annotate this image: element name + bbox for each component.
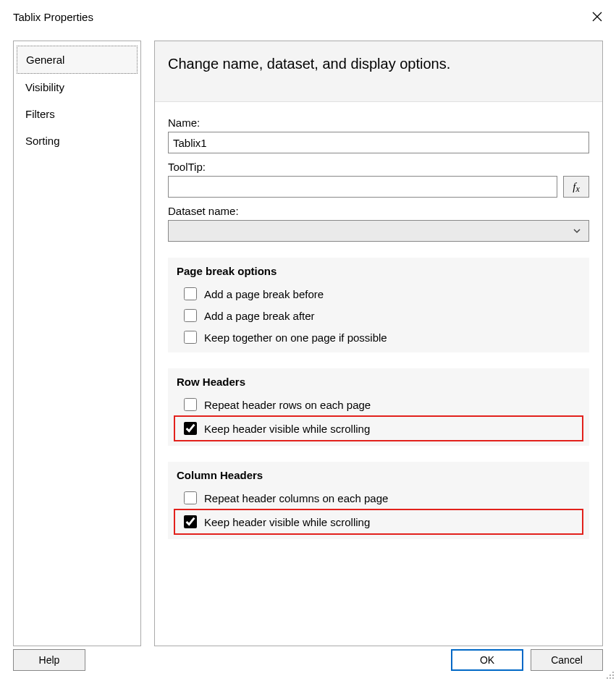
name-label: Name: bbox=[168, 117, 589, 129]
close-icon bbox=[592, 12, 602, 22]
check-page-break-after[interactable]: Add a page break after bbox=[177, 305, 581, 326]
check-repeat-header-rows[interactable]: Repeat header rows on each page bbox=[177, 394, 581, 415]
tooltip-input[interactable] bbox=[168, 176, 557, 198]
close-button[interactable] bbox=[587, 7, 607, 27]
window-title: Tablix Properties bbox=[13, 11, 93, 23]
content-body: Name: ToolTip: fx Dataset name: Page bre… bbox=[155, 102, 602, 552]
cancel-button[interactable]: Cancel bbox=[531, 649, 603, 671]
svg-point-7 bbox=[612, 677, 614, 679]
check-label: Repeat header rows on each page bbox=[204, 399, 371, 411]
resize-grip-icon[interactable] bbox=[604, 669, 615, 680]
help-button[interactable]: Help bbox=[13, 649, 85, 671]
bottom-bar: Help OK Cancel bbox=[0, 646, 616, 681]
nav-item-general[interactable]: General bbox=[17, 46, 138, 74]
svg-point-6 bbox=[609, 677, 611, 679]
check-page-break-before[interactable]: Add a page break before bbox=[177, 283, 581, 305]
content-header: Change name, dataset, and display option… bbox=[155, 41, 602, 102]
highlight-column-keep-visible: Keep header visible while scrolling bbox=[174, 509, 583, 535]
tooltip-label: ToolTip: bbox=[168, 161, 589, 173]
section-row-headers: Row Headers Repeat header rows on each p… bbox=[168, 368, 589, 446]
chevron-down-icon bbox=[573, 227, 581, 235]
checkbox-page-break-before[interactable] bbox=[184, 287, 197, 300]
fx-button[interactable]: fx bbox=[563, 176, 589, 198]
checkbox-page-break-after[interactable] bbox=[184, 309, 197, 322]
nav-panel: General Visibility Filters Sorting bbox=[13, 41, 141, 646]
check-label: Repeat header columns on each page bbox=[204, 492, 388, 504]
titlebar: Tablix Properties bbox=[0, 0, 616, 33]
check-label: Add a page break before bbox=[204, 288, 324, 300]
section-page-break: Page break options Add a page break befo… bbox=[168, 258, 589, 352]
nav-item-filters[interactable]: Filters bbox=[17, 101, 138, 127]
check-label: Keep header visible while scrolling bbox=[204, 516, 370, 528]
dataset-dropdown[interactable] bbox=[168, 220, 589, 242]
content-panel: Change name, dataset, and display option… bbox=[154, 41, 603, 646]
section-title-page-break: Page break options bbox=[177, 262, 581, 283]
svg-point-2 bbox=[612, 672, 614, 673]
checkbox-repeat-header-columns[interactable] bbox=[184, 491, 197, 504]
nav-item-visibility[interactable]: Visibility bbox=[17, 74, 138, 101]
check-label: Add a page break after bbox=[204, 310, 315, 322]
section-title-column-headers: Column Headers bbox=[177, 466, 581, 487]
highlight-row-keep-visible: Keep header visible while scrolling bbox=[174, 415, 583, 441]
check-keep-together[interactable]: Keep together on one page if possible bbox=[177, 326, 581, 348]
dataset-label: Dataset name: bbox=[168, 205, 589, 217]
svg-point-3 bbox=[609, 674, 611, 676]
check-column-keep-visible[interactable]: Keep header visible while scrolling bbox=[177, 511, 581, 533]
svg-point-5 bbox=[607, 677, 608, 679]
checkbox-keep-together[interactable] bbox=[184, 331, 197, 344]
ok-button[interactable]: OK bbox=[451, 649, 523, 671]
nav-item-sorting[interactable]: Sorting bbox=[17, 127, 138, 154]
check-label: Keep header visible while scrolling bbox=[204, 423, 370, 435]
check-label: Keep together on one page if possible bbox=[204, 331, 387, 344]
dialog-body: General Visibility Filters Sorting Chang… bbox=[0, 33, 616, 646]
checkbox-row-keep-visible[interactable] bbox=[184, 422, 197, 435]
check-repeat-header-columns[interactable]: Repeat header columns on each page bbox=[177, 487, 581, 509]
checkbox-column-keep-visible[interactable] bbox=[184, 515, 197, 528]
checkbox-repeat-header-rows[interactable] bbox=[184, 398, 197, 411]
name-input[interactable] bbox=[168, 132, 589, 153]
svg-point-4 bbox=[612, 674, 614, 676]
section-title-row-headers: Row Headers bbox=[177, 373, 581, 394]
check-row-keep-visible[interactable]: Keep header visible while scrolling bbox=[177, 418, 581, 439]
section-column-headers: Column Headers Repeat header columns on … bbox=[168, 462, 589, 539]
